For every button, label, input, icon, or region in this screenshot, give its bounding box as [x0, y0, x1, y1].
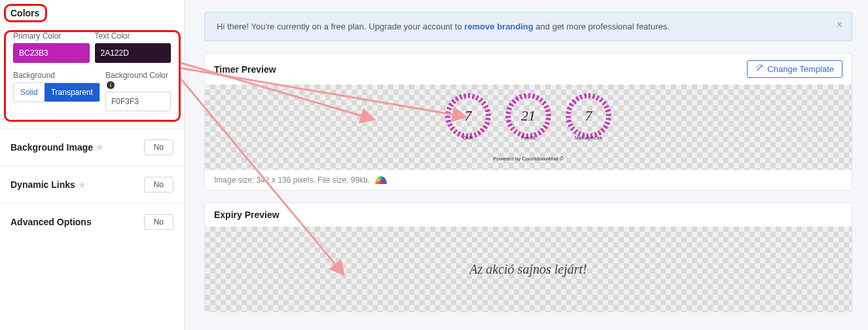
change-template-label: Change Template: [767, 64, 834, 74]
remove-branding-link[interactable]: remove branding: [464, 22, 533, 31]
alert-text-pre: Hi there! You're currently on a free pla…: [217, 22, 464, 31]
ring-seconds-value: 7: [585, 107, 592, 124]
powered-by-text: Powered by CountdownMail ©: [493, 156, 564, 162]
ring-minutes: 21 Percek: [505, 93, 551, 139]
info-icon[interactable]: i: [107, 81, 115, 89]
main-content: Hi there! You're currently on a free pla…: [185, 0, 868, 330]
star-icon: ★: [96, 142, 104, 153]
ring-hours-value: 7: [465, 107, 472, 124]
ring-seconds: 7 Másodpercek: [566, 93, 611, 139]
settings-sidebar: Colors Primary Color BC23B3 Text Color 2…: [0, 0, 185, 330]
expiry-text: Az akció sajnos lejárt!: [469, 262, 587, 277]
background-image-row: Background Image ★ No: [0, 128, 184, 166]
background-image-toggle[interactable]: No: [144, 139, 173, 155]
background-label: Background: [13, 71, 100, 80]
expiry-canvas: Az akció sajnos lejárt!: [205, 227, 852, 312]
timer-preview-panel: Timer Preview Change Template 7: [204, 53, 852, 191]
ring-seconds-label: Másodpercek: [575, 136, 602, 140]
bg-solid-button[interactable]: Solid: [14, 83, 45, 101]
advanced-options-label: Advanced Options: [10, 217, 92, 227]
primary-color-label: Primary Color: [13, 31, 90, 41]
timer-canvas: 7 Órák 21 Percek 7 Másodpercek: [205, 84, 852, 170]
background-color-label: Background Color i: [105, 71, 171, 89]
text-color-value: 2A122D: [101, 48, 129, 58]
primary-color-input[interactable]: BC23B3: [13, 43, 90, 63]
primary-color-value: BC23B3: [19, 48, 48, 58]
timer-meta-text: Image size: 342 x 136 pixels. File size:…: [214, 175, 370, 185]
dynamic-links-toggle[interactable]: No: [144, 177, 173, 192]
background-color-input[interactable]: [105, 92, 171, 111]
bg-transparent-button[interactable]: Transparent: [45, 83, 99, 101]
close-icon[interactable]: ×: [837, 19, 842, 31]
star-icon: ★: [78, 179, 86, 190]
expiry-preview-title: Expiry Preview: [214, 210, 280, 220]
dynamic-links-row: Dynamic Links ★ No: [0, 166, 184, 203]
change-template-button[interactable]: Change Template: [747, 60, 842, 78]
ring-hours: 7 Órák: [445, 93, 491, 139]
alert-text-post: and get more professional features.: [533, 22, 670, 31]
advanced-options-row: Advanced Options No: [0, 203, 184, 240]
colors-panel: Primary Color BC23B3 Text Color 2A122D B…: [7, 24, 177, 120]
ring-hours-label: Órák: [463, 136, 473, 140]
colors-section-title: Colors: [7, 5, 43, 21]
timer-preview-title: Timer Preview: [214, 64, 276, 75]
background-toggle: Solid Transparent: [13, 82, 100, 102]
background-color-label-text: Background Color: [105, 71, 168, 80]
ring-minutes-value: 21: [521, 107, 535, 124]
dynamic-links-label: Dynamic Links: [10, 179, 75, 190]
magic-wand-icon: [755, 64, 763, 74]
ring-minutes-label: Percek: [521, 136, 535, 140]
background-image-label: Background Image: [10, 142, 93, 153]
text-color-label: Text Color: [95, 31, 172, 41]
timer-meta: Image size: 342 x 136 pixels. File size:…: [205, 170, 852, 190]
upgrade-alert: Hi there! You're currently on a free pla…: [204, 12, 852, 41]
rainbow-icon: [375, 176, 387, 184]
expiry-preview-panel: Expiry Preview Az akció sajnos lejárt!: [204, 202, 852, 312]
advanced-options-toggle[interactable]: No: [144, 214, 173, 230]
text-color-input[interactable]: 2A122D: [95, 43, 172, 63]
